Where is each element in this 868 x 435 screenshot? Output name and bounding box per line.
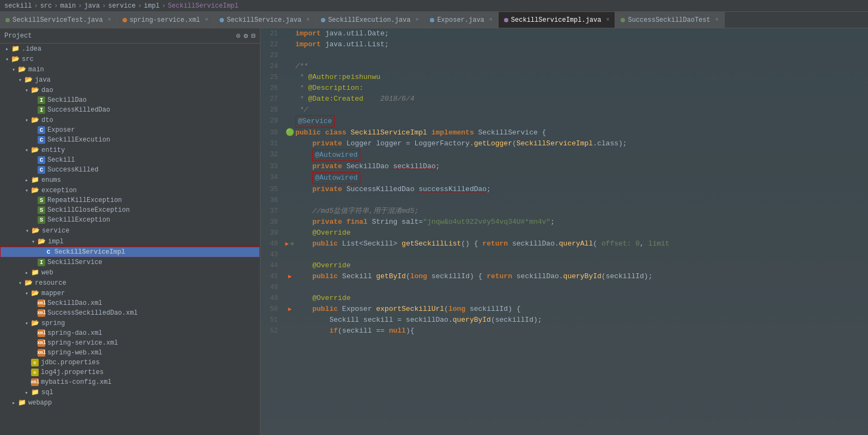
line-number: 29: [260, 115, 284, 126]
line-content: @Autowired: [295, 149, 868, 161]
line-number: 24: [260, 61, 284, 72]
tree-item-seckill-dao[interactable]: I SeckillDao: [0, 95, 260, 105]
tab-seckillservice[interactable]: SeckillService.java ×: [214, 12, 315, 28]
tree-item-mapper[interactable]: 📂 mapper: [0, 288, 260, 298]
code-line-50: 50 ▶ public Exposer exportSeckillUrl(lon…: [260, 304, 868, 315]
tree-item-sql[interactable]: 📁 sql: [0, 387, 260, 397]
line-content: */: [295, 105, 868, 115]
code-line-40: 40 ▶ + public List<Seckill> getSeckillLi…: [260, 238, 868, 249]
tab-successseckill[interactable]: SuccessSeckillDaoTest ×: [615, 12, 724, 28]
tree-item-spring-service[interactable]: xml spring-service.xml: [0, 338, 260, 348]
tree-item-resource[interactable]: 📂 resource: [0, 278, 260, 288]
close-icon[interactable]: ×: [606, 17, 609, 23]
breadcrumb-impl[interactable]: impl: [144, 2, 160, 10]
tree-item-seckill[interactable]: C Seckill: [0, 155, 260, 165]
tree-item-spring[interactable]: 📂 spring: [0, 318, 260, 328]
collapse-icon[interactable]: ⊟: [251, 32, 256, 40]
close-icon[interactable]: ×: [715, 17, 719, 23]
close-icon[interactable]: ×: [415, 17, 418, 23]
tree-item-exposer[interactable]: C Exposer: [0, 125, 260, 135]
line-number: 23: [260, 50, 284, 61]
tree-item-impl[interactable]: 📂 impl: [0, 236, 260, 247]
run-icon[interactable]: ▶: [288, 304, 292, 315]
code-line-28: 28 */: [260, 105, 868, 115]
settings-icon[interactable]: ⚙: [244, 32, 248, 40]
tree-item-jdbc[interactable]: ⚙ jdbc.properties: [0, 358, 260, 367]
code-line-38: 38 private final String salt="jnqw&o4ut9…: [260, 217, 868, 228]
folder-icon: 📂: [31, 146, 39, 154]
folder-icon: 📁: [31, 268, 39, 277]
line-content: Seckill seckill = seckillDao.queryById(s…: [295, 315, 868, 326]
tree-item-successkilled[interactable]: C SuccessKilled: [0, 165, 260, 175]
tree-item-java[interactable]: 📂 java: [0, 75, 260, 85]
breadcrumb-classname[interactable]: SeckillServiceImpl: [168, 2, 239, 10]
tree-item-exception[interactable]: 📂 exception: [0, 185, 260, 195]
line-number: 38: [260, 217, 284, 228]
code-line-27: 27 * @Date:Created 2018/6/4: [260, 94, 868, 105]
tree-item-entity[interactable]: 📂 entity: [0, 145, 260, 155]
breadcrumb-src[interactable]: src: [40, 2, 52, 10]
tree-item-dto[interactable]: 📂 dto: [0, 115, 260, 125]
tab-spring-service[interactable]: spring-service.xml ×: [117, 12, 215, 28]
run-icon[interactable]: ▶: [285, 238, 289, 249]
tree-item-repeatkill[interactable]: S RepeatKillException: [0, 195, 260, 205]
file-icon: S: [38, 216, 45, 224]
tree-item-spring-dao[interactable]: xml spring-dao.xml: [0, 328, 260, 338]
tab-dot: [430, 18, 434, 22]
item-label: log4j.properties: [41, 369, 104, 376]
tree-item-seckillexcept[interactable]: S SeckillException: [0, 215, 260, 225]
close-icon[interactable]: ×: [205, 17, 208, 23]
tree-item-success-dao-xml[interactable]: xml SuccessSeckilledDao.xml: [0, 308, 260, 318]
tree-item-seckillservice[interactable]: I SeckillService: [0, 258, 260, 267]
close-icon[interactable]: ×: [489, 17, 493, 23]
tree-item-enums[interactable]: 📁 enums: [0, 175, 260, 185]
tree-item-successkilled-dao[interactable]: I SuccessKilledDao: [0, 105, 260, 115]
close-icon[interactable]: ×: [306, 17, 309, 23]
item-label: webapp: [28, 399, 52, 407]
tab-seckillserviceimpl[interactable]: SeckillServiceImpl.java ×: [499, 12, 616, 28]
tree-item-service[interactable]: 📂 service: [0, 225, 260, 236]
run-icon[interactable]: ▶: [288, 271, 292, 282]
tree-item-webapp[interactable]: 📁 webapp: [0, 397, 260, 408]
item-label: exception: [41, 187, 77, 194]
file-icon: I: [38, 96, 45, 104]
plus-icon[interactable]: +: [290, 238, 294, 249]
line-content: @Override: [295, 260, 868, 271]
item-label: mybatis-config.xml: [41, 378, 112, 386]
tree-item-seckillexecution[interactable]: C SeckillExecution: [0, 135, 260, 145]
tree-item-idea[interactable]: 📁 .idea: [0, 44, 260, 54]
tab-dot: [123, 18, 127, 22]
tab-seckillservicetest[interactable]: SeckillServiceTest.java ×: [0, 12, 117, 28]
tree-item-spring-web[interactable]: xml spring-web.xml: [0, 348, 260, 358]
breadcrumb-java[interactable]: java: [84, 2, 100, 10]
line-number: 30: [260, 127, 284, 138]
tab-exposer[interactable]: Exposer.java ×: [424, 12, 498, 28]
folder-icon: 📂: [31, 186, 39, 194]
tree-item-src[interactable]: 📂 src: [0, 54, 260, 64]
tree-item-main[interactable]: 📂 main: [0, 64, 260, 75]
folder-icon: 📂: [25, 76, 33, 84]
tree-item-seckillserviceimpl[interactable]: C SeckillServiceImpl: [0, 247, 260, 258]
folder-icon: 📂: [32, 226, 40, 235]
breadcrumb-main[interactable]: main: [60, 2, 76, 10]
tree-item-seckillclose[interactable]: S SeckillCloseException: [0, 205, 260, 215]
arrow-icon: [4, 56, 10, 63]
locate-icon[interactable]: ⊙: [236, 32, 241, 40]
arrow-icon: [17, 77, 23, 83]
arrow-icon: [17, 280, 23, 286]
line-content: @Override: [295, 293, 868, 304]
tree-item-web[interactable]: 📁 web: [0, 267, 260, 278]
close-icon[interactable]: ×: [108, 17, 111, 23]
breadcrumb-service[interactable]: service: [108, 2, 135, 10]
breadcrumb-seckill[interactable]: seckill: [4, 2, 32, 10]
file-icon: C: [45, 248, 52, 256]
line-number: 31: [260, 138, 284, 149]
item-label: SeckillService: [47, 259, 102, 266]
tree-item-log4j[interactable]: ⚙ log4j.properties: [0, 367, 260, 377]
tree-item-dao[interactable]: 📂 dao: [0, 85, 260, 95]
tree-item-seckill-dao-xml[interactable]: xml SeckillDao.xml: [0, 298, 260, 308]
tree-item-mybatis[interactable]: xml mybatis-config.xml: [0, 377, 260, 387]
line-content: [295, 282, 868, 293]
arrow-icon: [24, 87, 29, 94]
tab-seckillexecution[interactable]: SeckillExecution.java ×: [315, 12, 424, 28]
